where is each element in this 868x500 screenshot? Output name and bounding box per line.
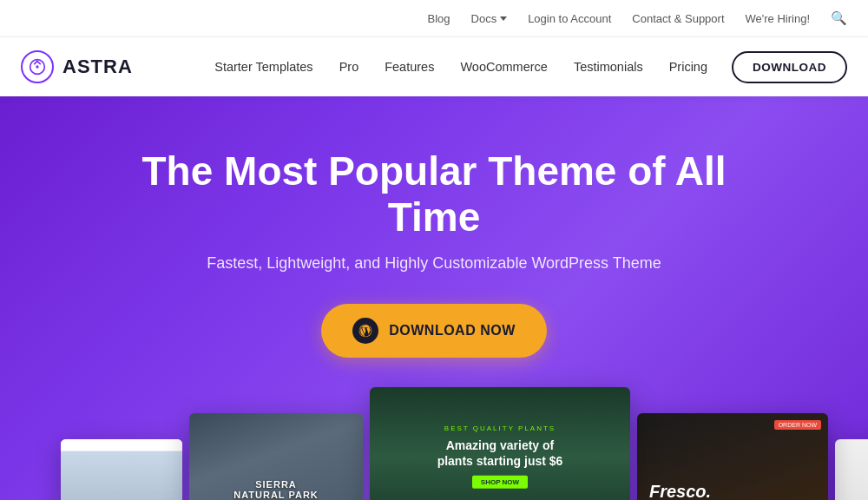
- nav-pro[interactable]: Pro: [329, 55, 370, 79]
- nav-starter-templates[interactable]: Starter Templates: [204, 55, 323, 79]
- download-button[interactable]: DOWNLOAD: [732, 51, 847, 83]
- fresco-badge: ORDER NOW: [774, 420, 821, 430]
- logo-text: ASTRA: [62, 56, 133, 78]
- hero-title: The Most Popular Theme of All Time: [95, 148, 773, 240]
- docs-link[interactable]: Docs: [471, 12, 497, 25]
- best-quality-label: BEST QUALITY PLANTS: [435, 424, 565, 432]
- mockup-plants: BEST QUALITY PLANTS Amazing variety of p…: [370, 387, 630, 500]
- search-icon[interactable]: 🔍: [831, 10, 847, 26]
- mockup-fresco-content: Fresco. ITALIAN SPECIALITIES: [649, 483, 767, 500]
- docs-chevron-icon: [500, 16, 507, 21]
- mockup-extra-left: [61, 439, 182, 500]
- sierra-title: SIERRA NATURAL PARK: [233, 479, 319, 500]
- logo-icon: [21, 50, 54, 83]
- mockup-fresco: Fresco. ITALIAN SPECIALITIES ORDER NOW: [637, 413, 828, 500]
- download-now-label: DOWNLOAD NOW: [389, 323, 516, 339]
- nav-features[interactable]: Features: [374, 55, 444, 79]
- main-nav: ASTRA Starter Templates Pro Features Woo…: [0, 37, 868, 96]
- nav-links: Starter Templates Pro Features WooCommer…: [204, 51, 847, 83]
- mockup-extra-right: [835, 439, 868, 500]
- hiring-link[interactable]: We're Hiring!: [746, 12, 810, 25]
- blog-link[interactable]: Blog: [427, 12, 450, 25]
- hero-section: The Most Popular Theme of All Time Faste…: [0, 96, 868, 500]
- mockup-extra-left-nav: [61, 439, 182, 451]
- mockup-plants-content: BEST QUALITY PLANTS Amazing variety of p…: [435, 424, 565, 489]
- plant-main-text: Amazing variety of plants starting just …: [435, 438, 565, 469]
- mockup-sierra: SIERRA NATURAL PARK EXPLORE: [189, 413, 363, 500]
- svg-point-1: [36, 65, 38, 68]
- nav-testimonials[interactable]: Testimonials: [563, 55, 654, 79]
- nav-woocommerce[interactable]: WooCommerce: [450, 55, 557, 79]
- top-bar: Blog Docs Login to Account Contact & Sup…: [0, 0, 868, 37]
- mockup-extra-left-content: [61, 439, 182, 500]
- download-now-button[interactable]: DOWNLOAD NOW: [321, 304, 547, 358]
- contact-link[interactable]: Contact & Support: [632, 12, 724, 25]
- mockup-sierra-content: SIERRA NATURAL PARK EXPLORE: [233, 479, 319, 500]
- mockups-container: SIERRA NATURAL PARK EXPLORE BEST QUALITY…: [61, 387, 807, 500]
- docs-wrapper[interactable]: Docs: [471, 12, 508, 25]
- fresco-name: Fresco.: [649, 483, 767, 500]
- logo[interactable]: ASTRA: [21, 50, 133, 83]
- wordpress-icon: [352, 318, 378, 344]
- mockup-extra-left-hero: [61, 451, 182, 500]
- login-link[interactable]: Login to Account: [528, 12, 611, 25]
- hero-subtitle: Fastest, Lightweight, and Highly Customi…: [207, 254, 661, 273]
- nav-pricing[interactable]: Pricing: [659, 55, 718, 79]
- plant-cta: SHOP NOW: [472, 476, 528, 489]
